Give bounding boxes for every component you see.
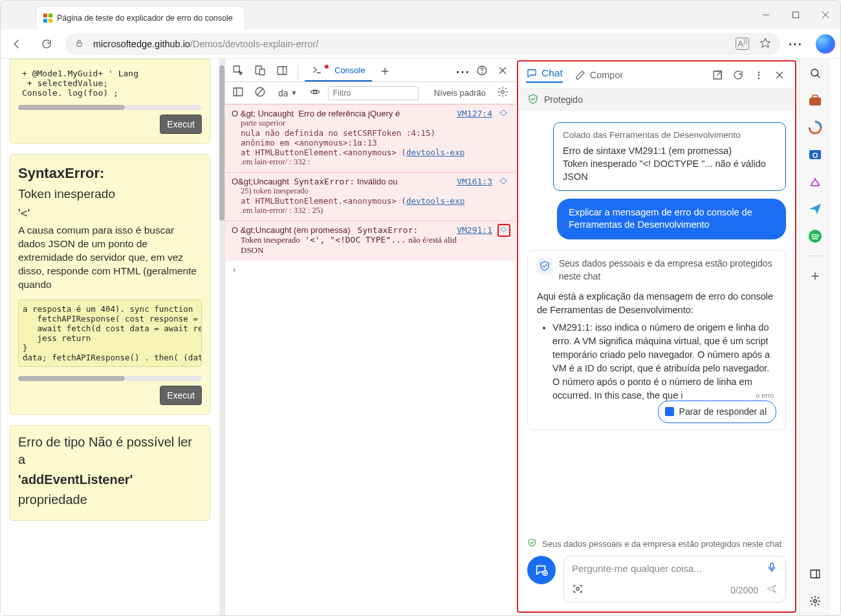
protected-banner: Protegido: [518, 89, 795, 111]
m365-icon[interactable]: [807, 120, 823, 135]
copilot-close-icon[interactable]: [772, 67, 787, 83]
ai-intro-text: Aqui está a explicação da mensagem de er…: [537, 290, 776, 317]
char-count: 0/2000: [730, 585, 758, 595]
devtools-close-button[interactable]: [494, 61, 512, 80]
nav-refresh-button[interactable]: [36, 33, 58, 55]
svg-line-37: [817, 75, 820, 78]
new-topic-button[interactable]: [527, 556, 556, 584]
console-error-entry[interactable]: VM291:1 O &gt;Uncaught (em promessa) Syn…: [225, 221, 516, 261]
rendered-page[interactable]: + @Mode1.MyGuid+ ' Lang + selectedValue;…: [1, 59, 219, 615]
stack-link[interactable]: devtools-exp: [406, 148, 464, 157]
ai-response-card: Seus dados pessoais e da empresa estão p…: [527, 250, 786, 430]
settings-icon[interactable]: [807, 593, 823, 609]
horizontal-scrollbar[interactable]: [18, 375, 202, 382]
console-error-entry[interactable]: VM161:3 O&gt;Uncaught SyntaxError: Invál…: [225, 172, 516, 221]
new-tab-button[interactable]: ＋: [376, 61, 394, 80]
chat-input-placeholder: Pergunte-me qualquer coisa...: [572, 563, 702, 574]
favorites-icon[interactable]: [759, 37, 771, 50]
error-source-link[interactable]: VM127:4: [457, 109, 492, 118]
open-new-window-icon[interactable]: [710, 67, 725, 83]
window-close-button[interactable]: [811, 1, 840, 29]
execute-button[interactable]: Execut: [160, 115, 202, 134]
svg-line-23: [257, 89, 263, 95]
ms-logo-icon: [43, 13, 53, 23]
console-output[interactable]: VM127:4 O &gt; Uncaught Erro de referênc…: [225, 104, 516, 615]
inspect-element-icon[interactable]: [229, 61, 247, 80]
image-search-icon[interactable]: [572, 583, 584, 597]
refresh-chat-icon[interactable]: [730, 67, 746, 83]
demo-card-3: Erro de tipo Não é possível ler a 'addEv…: [10, 425, 210, 521]
compose-row: Pergunte-me qualquer coisa... 0/2000: [518, 549, 795, 611]
tab-compose[interactable]: Compor: [574, 69, 624, 81]
read-aloud-icon[interactable]: A)): [736, 38, 749, 49]
console-filter-input[interactable]: [328, 86, 419, 100]
copilot-explain-icon[interactable]: [497, 175, 510, 188]
window-controls: [751, 1, 840, 29]
stop-responding-button[interactable]: Parar de responder al: [658, 401, 776, 423]
copilot-menu-icon[interactable]: ⋮: [751, 67, 767, 83]
error-source-link[interactable]: VM161:3: [457, 177, 492, 186]
page-vertical-scrollbar[interactable]: [219, 59, 224, 615]
live-expression-icon[interactable]: [306, 83, 324, 101]
console-error-entry[interactable]: VM127:4 O &gt; Uncaught Erro de referênc…: [225, 104, 516, 172]
dock-side-icon[interactable]: [273, 61, 291, 80]
context-selector[interactable]: da▼: [273, 87, 302, 100]
copilot-explain-icon[interactable]: [497, 107, 510, 120]
demo-card-1: + @Mode1.MyGuid+ ' Lang + selectedValue;…: [10, 59, 210, 144]
error-source-link[interactable]: VM291:1: [457, 225, 492, 235]
suggestion-chip[interactable]: Explicar a mensagem de erro do console d…: [557, 199, 786, 239]
sidebar-toggle-icon[interactable]: [229, 83, 247, 101]
copilot-panel: Chat Compor ⋮ Protegido Colado: [517, 60, 796, 613]
window-minimize-button[interactable]: [751, 1, 781, 29]
browser-tab[interactable]: Página de teste do explicador de erro do…: [36, 6, 245, 29]
user-message: Colado das Ferramentas de Desenvolviment…: [553, 122, 786, 191]
browser-menu-button[interactable]: ⋯: [788, 36, 803, 52]
card-subtitle-2: '<': [18, 205, 202, 222]
shield-icon: [527, 93, 539, 107]
clear-console-icon[interactable]: [251, 83, 269, 101]
tab-chat[interactable]: Chat: [526, 67, 563, 83]
execute-button[interactable]: Execut: [160, 386, 202, 405]
window-maximize-button[interactable]: [781, 1, 811, 29]
chat-scroll-area[interactable]: Colado das Ferramentas de Desenvolviment…: [518, 111, 795, 534]
log-levels-dropdown[interactable]: Níveis padrão: [434, 88, 486, 98]
add-sidebar-icon[interactable]: ＋: [807, 268, 823, 283]
devtools-menu-button[interactable]: ⋯: [455, 63, 470, 80]
send-plane-icon[interactable]: [807, 201, 823, 217]
footer-protected-row: Seus dados pessoais e da empresa estão p…: [518, 534, 795, 549]
copilot-orb-icon[interactable]: [816, 34, 835, 54]
send-icon[interactable]: [766, 583, 778, 597]
spotify-icon[interactable]: [807, 228, 823, 244]
window-titlebar: Página de teste do explicador de erro do…: [1, 1, 840, 29]
stack-link[interactable]: devtools-exp: [406, 196, 464, 206]
outlook-icon[interactable]: O: [807, 147, 823, 162]
card-body: A causa comum para isso é buscar dados J…: [18, 224, 202, 292]
devtools-panel: Console ＋ ⋯ da▼ Níveis padrão: [224, 59, 516, 615]
svg-point-45: [813, 600, 816, 603]
device-emulation-icon[interactable]: [251, 61, 269, 80]
svg-rect-0: [43, 14, 47, 17]
microphone-icon[interactable]: [766, 562, 778, 575]
console-settings-icon[interactable]: [494, 83, 512, 101]
chat-input-box[interactable]: Pergunte-me qualquer coisa... 0/2000: [563, 556, 786, 602]
designer-icon[interactable]: [807, 174, 823, 190]
svg-rect-12: [259, 69, 265, 75]
console-prompt[interactable]: ›: [225, 261, 516, 278]
copilot-explain-icon[interactable]: [497, 224, 510, 237]
search-icon[interactable]: [807, 65, 823, 81]
card-line: Erro de tipo Não é possível ler a: [18, 434, 202, 468]
briefcase-icon[interactable]: [807, 93, 823, 108]
shield-check-icon: [537, 257, 552, 275]
code-block: a resposta é um 404). sync function fetc…: [18, 300, 202, 367]
sidebar-collapse-icon[interactable]: [807, 566, 823, 582]
tab-console[interactable]: Console: [305, 60, 372, 82]
help-icon[interactable]: [473, 61, 491, 80]
nav-back-button[interactable]: [6, 33, 28, 55]
svg-marker-9: [761, 38, 770, 47]
svg-text:O: O: [812, 151, 818, 159]
console-toolbar: da▼ Níveis padrão: [225, 82, 516, 104]
horizontal-scrollbar[interactable]: [18, 104, 202, 111]
address-bar[interactable]: microsoftedge.github.io/Demos/devtools-e…: [65, 33, 780, 55]
pasted-source-label: Colado das Ferramentas de Desenvolviment…: [563, 129, 776, 142]
svg-rect-43: [811, 570, 820, 578]
